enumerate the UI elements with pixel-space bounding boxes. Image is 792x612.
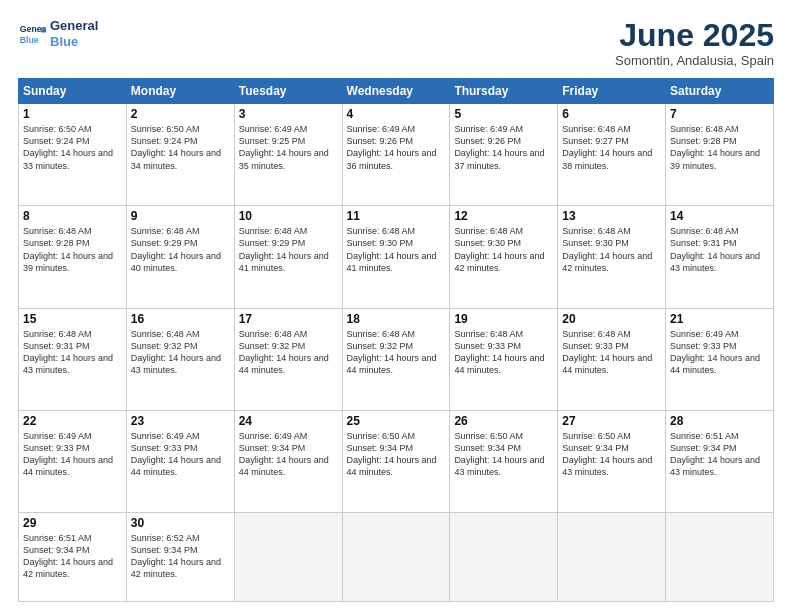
day-number: 21 xyxy=(670,312,769,326)
day-number: 14 xyxy=(670,209,769,223)
col-wednesday: Wednesday xyxy=(342,79,450,104)
calendar-cell: 12Sunrise: 6:48 AMSunset: 9:30 PMDayligh… xyxy=(450,206,558,308)
calendar-cell: 23Sunrise: 6:49 AMSunset: 9:33 PMDayligh… xyxy=(126,410,234,512)
cell-info: Sunrise: 6:50 AMSunset: 9:34 PMDaylight:… xyxy=(347,431,437,477)
calendar-cell xyxy=(450,512,558,601)
day-number: 19 xyxy=(454,312,553,326)
day-number: 26 xyxy=(454,414,553,428)
day-number: 8 xyxy=(23,209,122,223)
calendar-cell xyxy=(558,512,666,601)
day-number: 17 xyxy=(239,312,338,326)
logo: General Blue General Blue xyxy=(18,18,98,49)
cell-info: Sunrise: 6:49 AMSunset: 9:33 PMDaylight:… xyxy=(670,329,760,375)
calendar-week-row: 1Sunrise: 6:50 AMSunset: 9:24 PMDaylight… xyxy=(19,104,774,206)
calendar-cell: 2Sunrise: 6:50 AMSunset: 9:24 PMDaylight… xyxy=(126,104,234,206)
calendar-cell xyxy=(234,512,342,601)
day-number: 4 xyxy=(347,107,446,121)
day-number: 11 xyxy=(347,209,446,223)
cell-info: Sunrise: 6:51 AMSunset: 9:34 PMDaylight:… xyxy=(670,431,760,477)
calendar-cell: 16Sunrise: 6:48 AMSunset: 9:32 PMDayligh… xyxy=(126,308,234,410)
col-friday: Friday xyxy=(558,79,666,104)
cell-info: Sunrise: 6:49 AMSunset: 9:33 PMDaylight:… xyxy=(131,431,221,477)
cell-info: Sunrise: 6:49 AMSunset: 9:26 PMDaylight:… xyxy=(347,124,437,170)
month-title: June 2025 xyxy=(615,18,774,53)
calendar-cell: 3Sunrise: 6:49 AMSunset: 9:25 PMDaylight… xyxy=(234,104,342,206)
location: Somontin, Andalusia, Spain xyxy=(615,53,774,68)
cell-info: Sunrise: 6:50 AMSunset: 9:34 PMDaylight:… xyxy=(562,431,652,477)
day-number: 18 xyxy=(347,312,446,326)
calendar-week-row: 22Sunrise: 6:49 AMSunset: 9:33 PMDayligh… xyxy=(19,410,774,512)
cell-info: Sunrise: 6:48 AMSunset: 9:27 PMDaylight:… xyxy=(562,124,652,170)
calendar-cell: 18Sunrise: 6:48 AMSunset: 9:32 PMDayligh… xyxy=(342,308,450,410)
day-number: 27 xyxy=(562,414,661,428)
calendar-cell: 30Sunrise: 6:52 AMSunset: 9:34 PMDayligh… xyxy=(126,512,234,601)
calendar-cell: 25Sunrise: 6:50 AMSunset: 9:34 PMDayligh… xyxy=(342,410,450,512)
title-block: June 2025 Somontin, Andalusia, Spain xyxy=(615,18,774,68)
day-number: 10 xyxy=(239,209,338,223)
calendar-cell: 17Sunrise: 6:48 AMSunset: 9:32 PMDayligh… xyxy=(234,308,342,410)
calendar-cell: 1Sunrise: 6:50 AMSunset: 9:24 PMDaylight… xyxy=(19,104,127,206)
calendar-cell: 26Sunrise: 6:50 AMSunset: 9:34 PMDayligh… xyxy=(450,410,558,512)
calendar-cell: 15Sunrise: 6:48 AMSunset: 9:31 PMDayligh… xyxy=(19,308,127,410)
cell-info: Sunrise: 6:49 AMSunset: 9:25 PMDaylight:… xyxy=(239,124,329,170)
cell-info: Sunrise: 6:48 AMSunset: 9:29 PMDaylight:… xyxy=(239,226,329,272)
calendar-week-row: 29Sunrise: 6:51 AMSunset: 9:34 PMDayligh… xyxy=(19,512,774,601)
calendar-header-row: Sunday Monday Tuesday Wednesday Thursday… xyxy=(19,79,774,104)
calendar-cell: 5Sunrise: 6:49 AMSunset: 9:26 PMDaylight… xyxy=(450,104,558,206)
day-number: 15 xyxy=(23,312,122,326)
calendar-cell: 20Sunrise: 6:48 AMSunset: 9:33 PMDayligh… xyxy=(558,308,666,410)
day-number: 13 xyxy=(562,209,661,223)
calendar-week-row: 8Sunrise: 6:48 AMSunset: 9:28 PMDaylight… xyxy=(19,206,774,308)
cell-info: Sunrise: 6:48 AMSunset: 9:31 PMDaylight:… xyxy=(670,226,760,272)
calendar-cell: 21Sunrise: 6:49 AMSunset: 9:33 PMDayligh… xyxy=(666,308,774,410)
cell-info: Sunrise: 6:49 AMSunset: 9:34 PMDaylight:… xyxy=(239,431,329,477)
calendar-cell: 19Sunrise: 6:48 AMSunset: 9:33 PMDayligh… xyxy=(450,308,558,410)
day-number: 30 xyxy=(131,516,230,530)
calendar-page: General Blue General Blue June 2025 Somo… xyxy=(0,0,792,612)
cell-info: Sunrise: 6:48 AMSunset: 9:32 PMDaylight:… xyxy=(347,329,437,375)
calendar-cell: 27Sunrise: 6:50 AMSunset: 9:34 PMDayligh… xyxy=(558,410,666,512)
day-number: 20 xyxy=(562,312,661,326)
day-number: 6 xyxy=(562,107,661,121)
svg-text:Blue: Blue xyxy=(20,34,39,44)
calendar-cell: 14Sunrise: 6:48 AMSunset: 9:31 PMDayligh… xyxy=(666,206,774,308)
cell-info: Sunrise: 6:49 AMSunset: 9:33 PMDaylight:… xyxy=(23,431,113,477)
cell-info: Sunrise: 6:48 AMSunset: 9:32 PMDaylight:… xyxy=(131,329,221,375)
calendar-cell: 10Sunrise: 6:48 AMSunset: 9:29 PMDayligh… xyxy=(234,206,342,308)
col-sunday: Sunday xyxy=(19,79,127,104)
calendar-cell: 22Sunrise: 6:49 AMSunset: 9:33 PMDayligh… xyxy=(19,410,127,512)
calendar-cell xyxy=(342,512,450,601)
day-number: 23 xyxy=(131,414,230,428)
cell-info: Sunrise: 6:48 AMSunset: 9:28 PMDaylight:… xyxy=(670,124,760,170)
cell-info: Sunrise: 6:52 AMSunset: 9:34 PMDaylight:… xyxy=(131,533,221,579)
calendar-cell: 13Sunrise: 6:48 AMSunset: 9:30 PMDayligh… xyxy=(558,206,666,308)
day-number: 9 xyxy=(131,209,230,223)
day-number: 3 xyxy=(239,107,338,121)
day-number: 1 xyxy=(23,107,122,121)
col-thursday: Thursday xyxy=(450,79,558,104)
cell-info: Sunrise: 6:48 AMSunset: 9:28 PMDaylight:… xyxy=(23,226,113,272)
day-number: 16 xyxy=(131,312,230,326)
calendar-cell: 11Sunrise: 6:48 AMSunset: 9:30 PMDayligh… xyxy=(342,206,450,308)
day-number: 12 xyxy=(454,209,553,223)
calendar-cell: 8Sunrise: 6:48 AMSunset: 9:28 PMDaylight… xyxy=(19,206,127,308)
day-number: 7 xyxy=(670,107,769,121)
col-tuesday: Tuesday xyxy=(234,79,342,104)
calendar-week-row: 15Sunrise: 6:48 AMSunset: 9:31 PMDayligh… xyxy=(19,308,774,410)
cell-info: Sunrise: 6:48 AMSunset: 9:30 PMDaylight:… xyxy=(347,226,437,272)
cell-info: Sunrise: 6:50 AMSunset: 9:34 PMDaylight:… xyxy=(454,431,544,477)
logo-icon: General Blue xyxy=(18,20,46,48)
day-number: 28 xyxy=(670,414,769,428)
calendar-cell: 29Sunrise: 6:51 AMSunset: 9:34 PMDayligh… xyxy=(19,512,127,601)
col-monday: Monday xyxy=(126,79,234,104)
calendar-table: Sunday Monday Tuesday Wednesday Thursday… xyxy=(18,78,774,602)
calendar-cell: 7Sunrise: 6:48 AMSunset: 9:28 PMDaylight… xyxy=(666,104,774,206)
calendar-cell: 9Sunrise: 6:48 AMSunset: 9:29 PMDaylight… xyxy=(126,206,234,308)
calendar-cell xyxy=(666,512,774,601)
cell-info: Sunrise: 6:48 AMSunset: 9:31 PMDaylight:… xyxy=(23,329,113,375)
cell-info: Sunrise: 6:49 AMSunset: 9:26 PMDaylight:… xyxy=(454,124,544,170)
header: General Blue General Blue June 2025 Somo… xyxy=(18,18,774,68)
day-number: 22 xyxy=(23,414,122,428)
day-number: 29 xyxy=(23,516,122,530)
cell-info: Sunrise: 6:50 AMSunset: 9:24 PMDaylight:… xyxy=(23,124,113,170)
